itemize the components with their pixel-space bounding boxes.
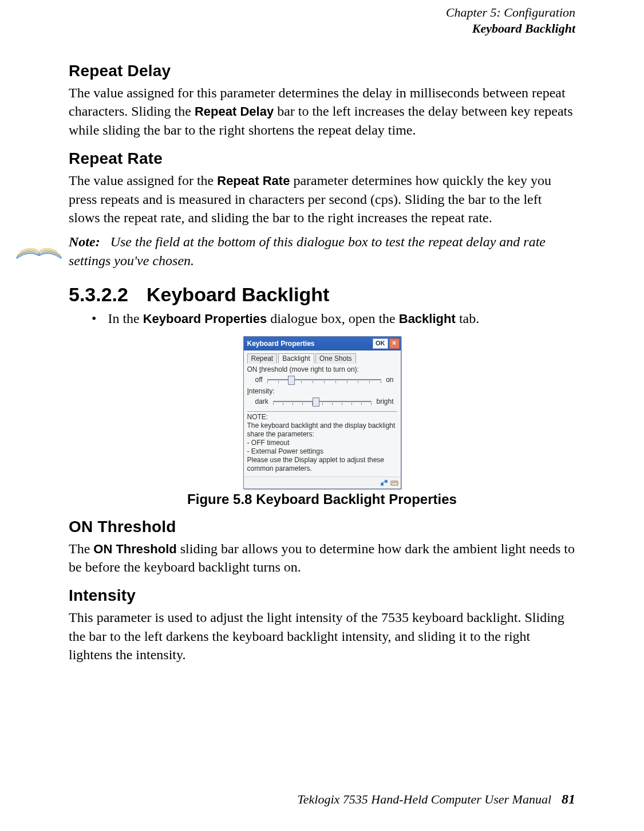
term-on-threshold: ON Threshold (93, 542, 176, 556)
text: ON (247, 365, 259, 373)
section-heading: 5.3.2.2 Keyboard Backlight (69, 283, 575, 306)
tab-repeat[interactable]: Repeat (247, 353, 278, 364)
term-backlight: Backlight (399, 312, 459, 326)
dialog-note-body: The keyboard backlight and the display b… (247, 422, 397, 473)
threshold-on-label: on (386, 376, 393, 384)
note-label: Note: (69, 234, 100, 249)
dialog-titlebar[interactable]: Keyboard Properties OK × (244, 337, 401, 350)
repeat-delay-heading: Repeat Delay (69, 62, 575, 80)
svg-rect-4 (394, 482, 395, 483)
intensity-paragraph: This parameter is used to adjust the lig… (69, 608, 575, 664)
repeat-rate-paragraph: The value assigned for the Repeat Rate p… (69, 171, 575, 227)
note-text: Use the field at the bottom of this dial… (69, 234, 546, 267)
dialog-note-heading: NOTE: (247, 413, 397, 422)
repeat-delay-paragraph: The value assigned for this parameter de… (69, 84, 575, 139)
dialog-keyboard-properties: Keyboard Properties OK × Repeat Backligh… (243, 336, 401, 489)
term-repeat-rate: Repeat Rate (217, 174, 290, 188)
figure-caption: Figure 5.8 Keyboard Backlight Properties (187, 491, 457, 507)
running-footer: Teklogix 7535 Hand-Held Computer User Ma… (298, 791, 575, 807)
svg-rect-5 (396, 482, 397, 483)
on-threshold-paragraph: The ON Threshold sliding bar allows you … (69, 539, 575, 577)
tray-network-icon[interactable] (380, 479, 388, 487)
dialog-title-text: Keyboard Properties (247, 340, 315, 348)
tab-backlight[interactable]: Backlight (278, 353, 314, 364)
note-block: Note:Use the field at the bottom of this… (15, 233, 575, 270)
text: dialogue box, open the (267, 311, 399, 326)
instruction-bullet: • In the Keyboard Properties dialogue bo… (92, 309, 575, 328)
bullet-icon: • (92, 309, 96, 328)
term-keyboard-properties: Keyboard Properties (143, 312, 267, 326)
close-icon[interactable]: × (389, 338, 400, 349)
text: In the (108, 311, 143, 326)
text: hreshold (move right to turn on): (261, 365, 359, 373)
threshold-slider[interactable] (267, 375, 382, 385)
text: The (69, 541, 93, 556)
book-icon (15, 233, 63, 266)
footer-text: Teklogix 7535 Hand-Held Computer User Ma… (298, 792, 551, 807)
section-number: 5.3.2.2 (69, 283, 128, 306)
figure-block: Keyboard Properties OK × Repeat Backligh… (69, 336, 575, 507)
on-threshold-heading: ON Threshold (69, 518, 575, 536)
ok-button[interactable]: OK (373, 338, 388, 349)
section-title: Keyboard Backlight (147, 283, 329, 306)
text: tab. (459, 311, 479, 326)
intensity-label: Intensity: (247, 387, 397, 395)
tab-one-shots[interactable]: One Shots (315, 353, 356, 364)
header-topic: Keyboard Backlight (446, 21, 575, 37)
svg-rect-0 (381, 483, 384, 486)
running-header: Chapter 5: Configuration Keyboard Backli… (446, 5, 575, 36)
intensity-bright-label: bright (376, 397, 393, 405)
term-repeat-delay: Repeat Delay (195, 104, 274, 119)
threshold-label: ON threshold (move right to turn on): (247, 365, 397, 373)
intensity-slider[interactable] (273, 396, 372, 407)
repeat-rate-heading: Repeat Rate (69, 149, 575, 168)
text: ntensity: (249, 387, 275, 395)
text: The value assigned for the (69, 173, 217, 188)
header-chapter: Chapter 5: Configuration (446, 5, 575, 21)
intensity-heading: Intensity (69, 586, 575, 605)
svg-rect-3 (392, 482, 393, 483)
tray-keyboard-icon[interactable] (390, 479, 398, 487)
threshold-off-label: off (255, 376, 263, 384)
tab-strip: Repeat Backlight One Shots (247, 353, 397, 363)
dialog-statusbar (244, 476, 401, 489)
page-number: 81 (562, 791, 575, 807)
intensity-dark-label: dark (255, 397, 268, 405)
